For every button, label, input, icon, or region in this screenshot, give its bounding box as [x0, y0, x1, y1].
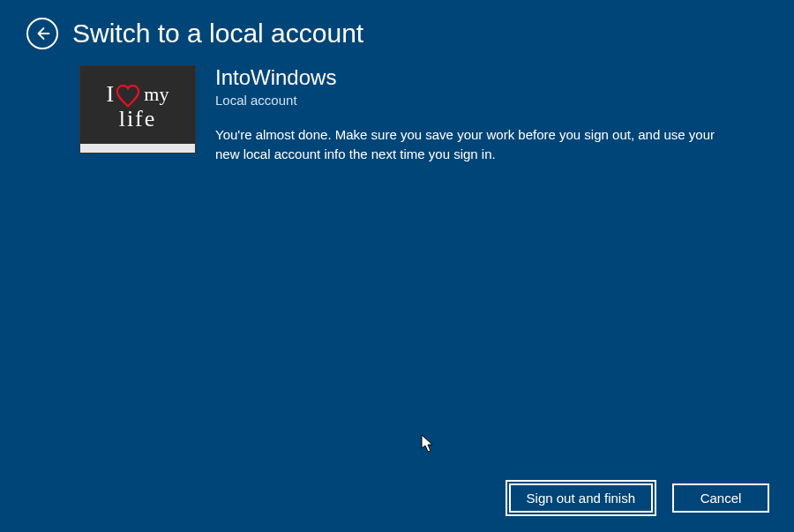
- avatar: I my life: [79, 65, 196, 154]
- cancel-button[interactable]: Cancel: [672, 483, 769, 513]
- button-bar: Sign out and finish Cancel: [509, 483, 769, 513]
- cursor-icon: [421, 434, 435, 453]
- sign-out-and-finish-button[interactable]: Sign out and finish: [509, 483, 653, 513]
- back-button[interactable]: [26, 18, 58, 49]
- content-area: I my life IntoWindows Local account You'…: [0, 49, 794, 163]
- heart-icon: [116, 85, 140, 108]
- avatar-text-life: life: [119, 106, 157, 132]
- account-info: IntoWindows Local account You're almost …: [196, 65, 725, 163]
- avatar-text-my: my: [144, 83, 169, 106]
- account-type: Local account: [215, 93, 725, 108]
- avatar-text-i: I: [107, 81, 115, 108]
- description-text: You're almost done. Make sure you save y…: [215, 125, 725, 164]
- avatar-footer: [80, 144, 195, 153]
- header: Switch to a local account: [0, 0, 794, 49]
- account-name: IntoWindows: [215, 65, 725, 91]
- page-title: Switch to a local account: [72, 19, 363, 49]
- avatar-image: I my life: [87, 73, 188, 140]
- arrow-left-icon: [34, 26, 50, 41]
